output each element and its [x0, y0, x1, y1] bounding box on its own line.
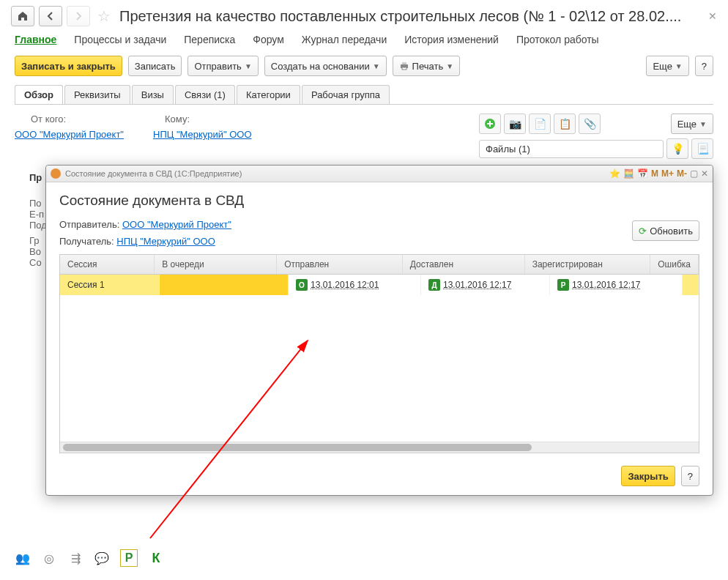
calendar-icon[interactable]: 📅 [637, 168, 648, 179]
col-registered[interactable]: Зарегистрирован [525, 255, 651, 274]
create-basis-button[interactable]: Создать на основании▼ [264, 56, 387, 76]
lightbulb-icon[interactable]: 💡 [666, 138, 688, 159]
nav-processes[interactable]: Процессы и задачи [74, 34, 166, 45]
tab-workgroup[interactable]: Рабочая группа [302, 85, 390, 104]
close-icon[interactable]: ✕ [708, 10, 717, 22]
chevron-down-icon: ▼ [675, 62, 683, 70]
status-k-icon[interactable]: К [148, 550, 164, 566]
users-icon[interactable]: 👥 [15, 550, 31, 566]
print-button[interactable]: Печать▼ [393, 56, 461, 76]
modal-window-title: Состояние документа в СВД (1С:Предприяти… [65, 169, 242, 178]
save-close-button[interactable]: Записать и закрыть [15, 56, 122, 76]
cell-queue [160, 275, 289, 295]
nav-history[interactable]: История изменений [404, 34, 499, 45]
sender-label: Отправитель: [59, 219, 119, 230]
tab-props[interactable]: Реквизиты [64, 85, 130, 104]
recipient-label: Получатель: [59, 236, 114, 247]
tab-overview[interactable]: Обзор [15, 85, 63, 104]
col-session[interactable]: Сессия [60, 255, 155, 274]
modal-title: Состояние документа в СВД [59, 193, 699, 209]
chat-icon[interactable]: 💬 [94, 550, 110, 566]
col-queue[interactable]: В очереди [155, 255, 277, 274]
nav-bar: Главное Процессы и задачи Переписка Фору… [0, 31, 728, 51]
sent-badge-icon: О [296, 279, 308, 291]
forward-button[interactable] [67, 6, 90, 26]
nav-correspondence[interactable]: Переписка [184, 34, 235, 45]
fav-icon[interactable]: ⭐ [609, 168, 620, 179]
back-button[interactable] [39, 6, 62, 26]
modal-close-icon[interactable]: ✕ [701, 168, 708, 179]
cell-error [683, 275, 699, 295]
chevron-down-icon: ▼ [446, 62, 453, 70]
delivered-badge-icon: Д [428, 279, 440, 291]
sender-link[interactable]: ООО "Меркурий Проект" [122, 219, 231, 230]
send-button[interactable]: Отправить▼ [187, 56, 258, 76]
cell-registered: Р13.01.2016 12:17 [550, 275, 683, 295]
chevron-down-icon: ▼ [245, 62, 252, 70]
app-icon [51, 168, 61, 179]
favorite-star-icon[interactable]: ☆ [97, 7, 111, 25]
copy-icon[interactable]: 📋 [554, 114, 576, 134]
svg-rect-2 [402, 67, 406, 70]
help-button[interactable]: ? [695, 56, 713, 76]
modal-help-button[interactable]: ? [681, 466, 699, 486]
circle-icon[interactable]: ◎ [41, 550, 57, 566]
svg-rect-1 [402, 62, 406, 64]
tab-links[interactable]: Связи (1) [175, 85, 235, 104]
chevron-down-icon: ▼ [699, 120, 707, 128]
tab-visas[interactable]: Визы [132, 85, 174, 104]
table-row[interactable]: Сессия 1 О13.01.2016 12:01 Д13.01.2016 1… [60, 275, 699, 295]
m-icon[interactable]: M [651, 168, 658, 179]
files-section[interactable]: Файлы (1) [479, 140, 664, 158]
status-r-icon[interactable]: Р [120, 549, 138, 567]
save-button[interactable]: Записать [128, 56, 182, 76]
more-files-button[interactable]: Еще▼ [671, 114, 713, 134]
more-button[interactable]: Еще▼ [646, 56, 688, 76]
paste-icon[interactable]: 📎 [579, 114, 601, 134]
col-sent[interactable]: Отправлен [277, 255, 403, 274]
to-link[interactable]: НПЦ "Меркурий" ООО [153, 129, 252, 140]
modal-close-button[interactable]: Закрыть [621, 466, 675, 486]
scan-icon[interactable]: 📷 [504, 114, 526, 134]
nav-transfer-log[interactable]: Журнал передачи [302, 34, 387, 45]
m-minus-icon[interactable]: M- [677, 168, 687, 179]
col-error[interactable]: Ошибка [650, 255, 699, 274]
col-delivered[interactable]: Доставлен [403, 255, 525, 274]
maximize-icon[interactable]: ▢ [690, 168, 698, 179]
nav-forum[interactable]: Форум [253, 34, 284, 45]
refresh-button[interactable]: ⟳Обновить [632, 220, 699, 241]
from-link[interactable]: ООО "Меркурий Проект" [15, 129, 124, 140]
status-bar: 👥 ◎ ⇶ 💬 Р К [15, 549, 164, 567]
doc-icon[interactable]: 📄 [529, 114, 551, 134]
calc-icon[interactable]: 🧮 [623, 168, 634, 179]
m-plus-icon[interactable]: M+ [661, 168, 674, 179]
tree-icon[interactable]: ⇶ [67, 550, 83, 566]
status-grid: Сессия В очереди Отправлен Доставлен Зар… [59, 254, 699, 453]
nav-protocol[interactable]: Протокол работы [516, 34, 599, 45]
from-label: От кого: [15, 114, 66, 124]
cell-delivered: Д13.01.2016 12:17 [421, 275, 550, 295]
nav-main[interactable]: Главное [15, 34, 56, 45]
cell-session: Сессия 1 [60, 275, 160, 295]
page-icon[interactable]: 📃 [691, 138, 713, 159]
tab-categories[interactable]: Категории [237, 85, 300, 104]
home-button[interactable] [11, 6, 34, 26]
add-icon[interactable] [479, 114, 501, 134]
svd-status-modal: Состояние документа в СВД (1С:Предприяти… [45, 165, 713, 496]
to-label: Кому: [153, 114, 190, 124]
chevron-down-icon: ▼ [373, 62, 380, 70]
recipient-link[interactable]: НПЦ "Меркурий" ООО [116, 236, 215, 247]
horizontal-scrollbar[interactable] [60, 442, 699, 453]
registered-badge-icon: Р [557, 279, 569, 291]
page-title: Претензия на качество поставленных строи… [119, 8, 681, 25]
cell-sent: О13.01.2016 12:01 [289, 275, 421, 295]
